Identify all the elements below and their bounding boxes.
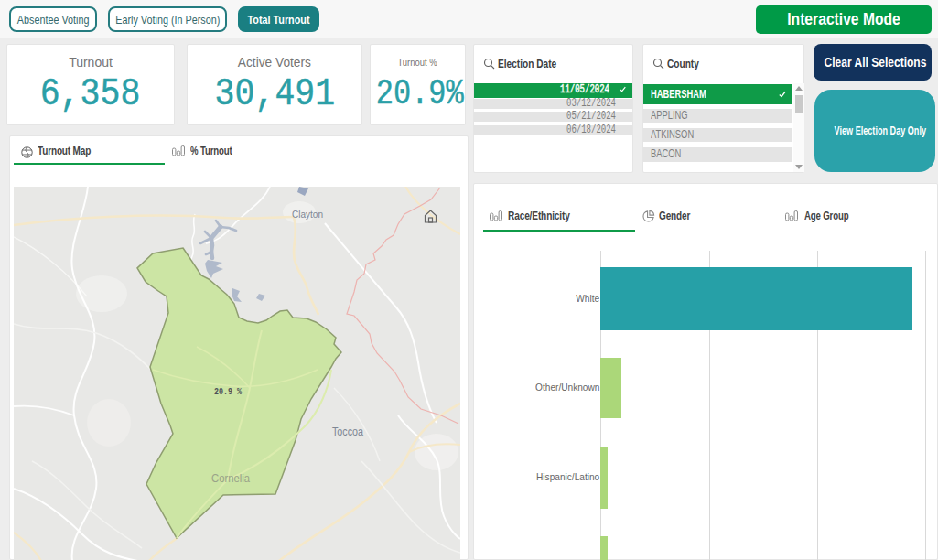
- svg-text:Cornelia: Cornelia: [211, 472, 250, 485]
- svg-text:20.9 %: 20.9 %: [214, 386, 242, 397]
- svg-text:Toccoa: Toccoa: [332, 425, 363, 438]
- svg-text:Clayton: Clayton: [292, 209, 323, 220]
